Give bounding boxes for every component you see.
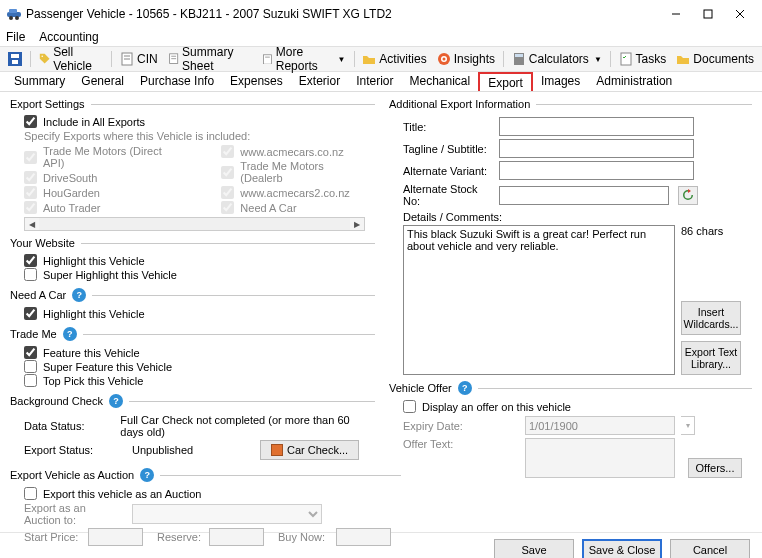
tab-administration[interactable]: Administration: [588, 72, 680, 91]
activities-button[interactable]: Activities: [358, 50, 430, 68]
stock-refresh-button[interactable]: [678, 186, 698, 205]
feature-vehicle-checkbox[interactable]: Feature this Vehicle: [24, 346, 365, 359]
offer-text-textarea[interactable]: [525, 438, 675, 478]
help-icon[interactable]: ?: [72, 288, 86, 302]
export-target-checkbox[interactable]: Trade Me Motors (Dealerb: [221, 160, 365, 184]
doc-icon: [120, 52, 134, 66]
auction-export-to-select[interactable]: [132, 504, 322, 524]
tab-images[interactable]: Images: [533, 72, 588, 91]
tab-expenses[interactable]: Expenses: [222, 72, 291, 91]
alternate-stock-no-label: Alternate Stock No:: [403, 183, 493, 207]
alternate-variant-input[interactable]: [499, 161, 694, 180]
save-button[interactable]: Save: [494, 539, 574, 559]
floppy-icon: [8, 52, 22, 66]
chevron-down-icon: ▼: [338, 55, 346, 64]
checklist-icon: [619, 52, 633, 66]
svg-rect-10: [12, 60, 18, 64]
export-status-label: Export Status:: [24, 444, 124, 456]
tagline-label: Tagline / Subtitle:: [403, 143, 493, 155]
export-settings-legend: Export Settings: [10, 98, 85, 110]
menu-accounting[interactable]: Accounting: [39, 30, 98, 44]
tab-interior[interactable]: Interior: [348, 72, 401, 91]
tab-purchase-info[interactable]: Purchase Info: [132, 72, 222, 91]
tab-mechanical[interactable]: Mechanical: [402, 72, 479, 91]
svg-rect-24: [515, 54, 523, 57]
menu-file[interactable]: File: [6, 30, 25, 44]
help-icon[interactable]: ?: [458, 381, 472, 395]
doc-icon: [168, 52, 179, 66]
offers-button[interactable]: Offers...: [688, 458, 742, 478]
svg-point-11: [41, 56, 43, 58]
svg-rect-3: [9, 9, 17, 13]
export-target-checkbox[interactable]: DriveSouth: [24, 171, 181, 184]
scroll-right-arrow[interactable]: ▶: [350, 218, 364, 230]
super-highlight-vehicle-checkbox[interactable]: Super Highlight this Vehicle: [24, 268, 365, 281]
include-all-exports-checkbox[interactable]: Include in All Exports: [24, 115, 365, 128]
alternate-stock-no-input[interactable]: [499, 186, 669, 205]
export-target-checkbox[interactable]: www.acmecars2.co.nz: [221, 186, 365, 199]
svg-point-22: [442, 58, 445, 61]
tab-export[interactable]: Export: [478, 72, 533, 91]
folder-icon: [362, 52, 376, 66]
help-icon[interactable]: ?: [140, 468, 154, 482]
tab-exterior[interactable]: Exterior: [291, 72, 348, 91]
insights-button[interactable]: Insights: [433, 50, 499, 68]
summary-sheet-button[interactable]: Summary Sheet: [164, 43, 256, 75]
tag-icon: [39, 52, 50, 66]
highlight-vehicle-checkbox[interactable]: Highlight this Vehicle: [24, 254, 365, 267]
additional-export-info-legend: Additional Export Information: [389, 98, 530, 110]
export-target-checkbox[interactable]: HouGarden: [24, 186, 181, 199]
maximize-button[interactable]: [692, 0, 724, 28]
calculators-button[interactable]: Calculators▼: [508, 50, 606, 68]
expiry-date-input[interactable]: [525, 416, 675, 435]
svg-rect-5: [704, 10, 712, 18]
doc-icon: [262, 52, 273, 66]
offer-text-label: Offer Text:: [403, 438, 493, 450]
car-check-button[interactable]: Car Check...: [260, 440, 359, 460]
date-picker-icon[interactable]: ▾: [681, 416, 695, 435]
close-button[interactable]: [724, 0, 756, 28]
svg-point-2: [15, 16, 19, 20]
svg-point-1: [9, 16, 13, 20]
tasks-button[interactable]: Tasks: [615, 50, 671, 68]
title-label: Title:: [403, 121, 493, 133]
minimize-button[interactable]: [660, 0, 692, 28]
details-textarea[interactable]: [403, 225, 675, 375]
nac-highlight-checkbox[interactable]: Highlight this Vehicle: [24, 307, 365, 320]
super-feature-vehicle-checkbox[interactable]: Super Feature this Vehicle: [24, 360, 365, 373]
export-target-checkbox[interactable]: Trade Me Motors (Direct API): [24, 145, 181, 169]
title-input[interactable]: [499, 117, 694, 136]
tab-summary[interactable]: Summary: [6, 72, 73, 91]
cancel-button[interactable]: Cancel: [670, 539, 750, 559]
tab-general[interactable]: General: [73, 72, 132, 91]
export-as-auction-checkbox[interactable]: Export this vehicle as an Auction: [24, 487, 391, 500]
scroll-left-arrow[interactable]: ◀: [25, 218, 39, 230]
data-status-label: Data Status:: [24, 420, 112, 432]
export-target-checkbox[interactable]: www.acmecars.co.nz: [221, 145, 365, 158]
trade-me-legend: Trade Me: [10, 328, 57, 340]
export-list-scrollbar[interactable]: ◀ ▶: [24, 217, 365, 231]
export-text-library-button[interactable]: Export Text Library...: [681, 341, 741, 375]
svg-rect-18: [263, 54, 271, 63]
top-pick-vehicle-checkbox[interactable]: Top Pick this Vehicle: [24, 374, 365, 387]
start-price-input[interactable]: [88, 528, 143, 546]
sell-vehicle-button[interactable]: Sell Vehicle: [35, 43, 107, 75]
documents-button[interactable]: Documents: [672, 50, 758, 68]
export-status-value: Unpublished: [132, 444, 252, 456]
window-title: Passenger Vehicle - 10565 - KBJ211 - 200…: [26, 7, 660, 21]
help-icon[interactable]: ?: [63, 327, 77, 341]
export-target-checkbox[interactable]: Auto Trader: [24, 201, 181, 214]
save-close-button[interactable]: Save & Close: [582, 539, 662, 559]
cin-button[interactable]: CIN: [116, 50, 162, 68]
display-offer-checkbox[interactable]: Display an offer on this vehicle: [403, 400, 742, 413]
help-icon[interactable]: ?: [109, 394, 123, 408]
insert-wildcards-button[interactable]: Insert Wildcards...: [681, 301, 741, 335]
start-price-label: Start Price:: [24, 531, 80, 543]
tagline-input[interactable]: [499, 139, 694, 158]
reserve-input[interactable]: [209, 528, 264, 546]
buy-now-input[interactable]: [336, 528, 391, 546]
save-icon-button[interactable]: [4, 50, 26, 68]
more-reports-button[interactable]: More Reports▼: [258, 43, 350, 75]
reserve-label: Reserve:: [157, 531, 201, 543]
export-target-checkbox[interactable]: Need A Car: [221, 201, 365, 214]
